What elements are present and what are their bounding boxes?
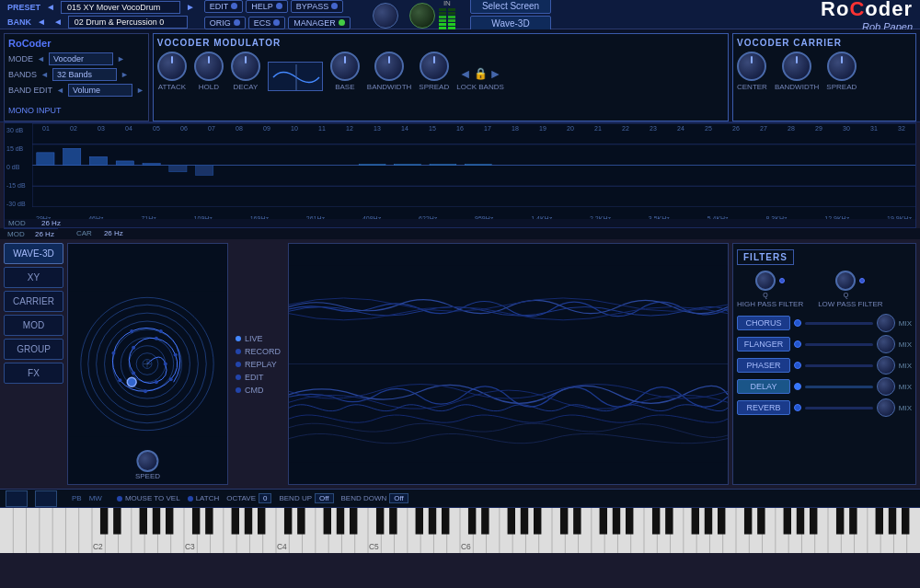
cmd-label[interactable]: CMD (245, 386, 264, 395)
mute2-knob[interactable] (409, 3, 435, 29)
bands-arrow-left[interactable]: ◄ (40, 70, 49, 79)
bandedit-arrow-right[interactable]: ► (136, 86, 144, 95)
hp-toggle[interactable] (779, 278, 785, 283)
bank-prev2[interactable]: ◄ (52, 17, 64, 27)
svg-rect-118 (140, 508, 147, 535)
edit-button[interactable]: EDIT (204, 0, 244, 13)
pb-slider[interactable] (6, 490, 28, 507)
chorus-mix-knob[interactable] (877, 314, 895, 332)
spread-knob[interactable] (420, 52, 449, 81)
phaser-toggle[interactable] (794, 362, 801, 369)
band-num-23: 23 (650, 125, 657, 132)
carrier-bandwidth-knob[interactable] (782, 52, 811, 81)
speed-knob[interactable] (137, 450, 159, 472)
bandwidth-knob[interactable] (374, 52, 404, 81)
replay-label[interactable]: REPLAY (245, 360, 277, 369)
reverb-toggle[interactable] (794, 404, 801, 411)
phaser-button[interactable]: PHASER (737, 358, 790, 373)
band-num-29: 29 (815, 125, 822, 132)
bank-prev[interactable]: ◄ (35, 17, 48, 27)
wave3d-button[interactable]: Wave-3D (470, 16, 551, 31)
live-label[interactable]: LIVE (245, 334, 263, 343)
latch-dot[interactable] (188, 496, 193, 502)
bands-dropdown[interactable]: 32 Bands (52, 68, 117, 81)
base-knob[interactable] (330, 52, 360, 81)
chorus-button[interactable]: CHORUS (737, 316, 790, 330)
svg-rect-13 (395, 165, 421, 166)
help-button[interactable]: HELP (246, 0, 288, 13)
nav-fx[interactable]: FX (4, 363, 63, 384)
hp-q-knob[interactable] (755, 271, 776, 291)
mod-text: MOD (7, 230, 28, 238)
bank-name: 02 Drum & Percussion 0 (68, 16, 188, 29)
mode-arrow-right[interactable]: ► (117, 54, 125, 63)
bandedit-arrow-left[interactable]: ◄ (56, 86, 64, 95)
keyboard-area: PB MW MOUSE TO VEL LATCH OCTAVE 0 BEND U… (0, 489, 920, 553)
nav-xy[interactable]: XY (4, 267, 63, 288)
lock-right-arrow[interactable]: ► (489, 66, 502, 81)
phaser-mix-knob[interactable] (877, 356, 895, 375)
base-group: BASE (330, 52, 360, 91)
attack-knob[interactable] (157, 52, 187, 81)
car-freq: 26 Hz (104, 229, 123, 238)
reverb-slider[interactable] (805, 407, 873, 409)
flanger-toggle[interactable] (794, 340, 801, 348)
reverb-button[interactable]: REVERB (737, 400, 790, 415)
bandedit-dropdown[interactable]: Volume (68, 84, 132, 97)
preset-next[interactable]: ► (184, 2, 197, 12)
phaser-slider[interactable] (805, 364, 873, 367)
carrier-center-knob[interactable] (737, 52, 766, 81)
mode-arrow-left[interactable]: ◄ (37, 54, 45, 63)
mw-slider[interactable] (35, 490, 57, 507)
orig-button[interactable]: ORIG (204, 17, 246, 29)
mute1-knob[interactable] (373, 3, 398, 29)
cmd-dot (236, 387, 241, 393)
mode-dropdown[interactable]: Vocoder (49, 52, 113, 65)
carrier-spread-knob[interactable] (827, 52, 857, 81)
nav-group[interactable]: GROUP (4, 339, 63, 360)
chorus-toggle[interactable] (794, 319, 801, 327)
hold-knob[interactable] (194, 52, 224, 81)
nav-mod[interactable]: MOD (4, 315, 63, 336)
mod-car-info: MOD 26 Hz (5, 219, 915, 227)
reverb-mix-knob[interactable] (877, 398, 895, 417)
lp-q-knob[interactable] (835, 271, 856, 291)
svg-point-36 (118, 378, 121, 382)
record-label[interactable]: RECORD (245, 347, 281, 356)
delay-button[interactable]: DELAY (737, 379, 790, 394)
nav-carrier[interactable]: CARRIER (4, 291, 63, 312)
octave-value[interactable]: 0 (259, 493, 271, 503)
svg-rect-12 (359, 165, 385, 166)
bend-up-value[interactable]: Off (315, 493, 334, 503)
in-label: IN (439, 0, 455, 7)
svg-rect-127 (297, 508, 305, 535)
preset-prev[interactable]: ◄ (44, 2, 57, 12)
lock-left-arrow[interactable]: ◄ (459, 66, 472, 81)
mouse-to-vel-dot[interactable] (117, 496, 122, 502)
band-numbers: 01 02 03 04 05 06 07 08 09 10 11 12 13 1… (32, 125, 915, 132)
nav-wave3d[interactable]: WAVE-3D (4, 243, 63, 264)
chorus-slider[interactable] (805, 322, 873, 325)
svg-rect-8 (63, 148, 81, 165)
decay-knob[interactable] (231, 52, 260, 81)
phaser-mix-label: MIX (899, 362, 912, 370)
lp-toggle[interactable] (859, 278, 865, 283)
svg-point-34 (169, 377, 173, 381)
svg-rect-160 (902, 508, 909, 535)
delay-mix-knob[interactable] (877, 377, 895, 396)
manager-button[interactable]: MANAGER (288, 17, 351, 29)
flanger-mix-knob[interactable] (877, 335, 895, 353)
delay-toggle[interactable] (794, 383, 801, 390)
bypass-button[interactable]: BYPASS (291, 0, 343, 13)
flanger-slider[interactable] (805, 343, 873, 346)
bend-down-value[interactable]: Off (389, 493, 408, 503)
bands-arrow-right[interactable]: ► (121, 70, 129, 79)
ecs-button[interactable]: ECS (248, 17, 286, 29)
flanger-button[interactable]: FLANGER (737, 337, 790, 352)
latch-label: LATCH (196, 494, 220, 502)
edit-label-rc[interactable]: EDIT (245, 373, 264, 382)
pb-label: PB (72, 494, 82, 502)
delay-slider[interactable] (805, 386, 873, 388)
select-screen-button[interactable]: Select Screen (470, 0, 551, 14)
band-num-15: 15 (429, 125, 436, 132)
